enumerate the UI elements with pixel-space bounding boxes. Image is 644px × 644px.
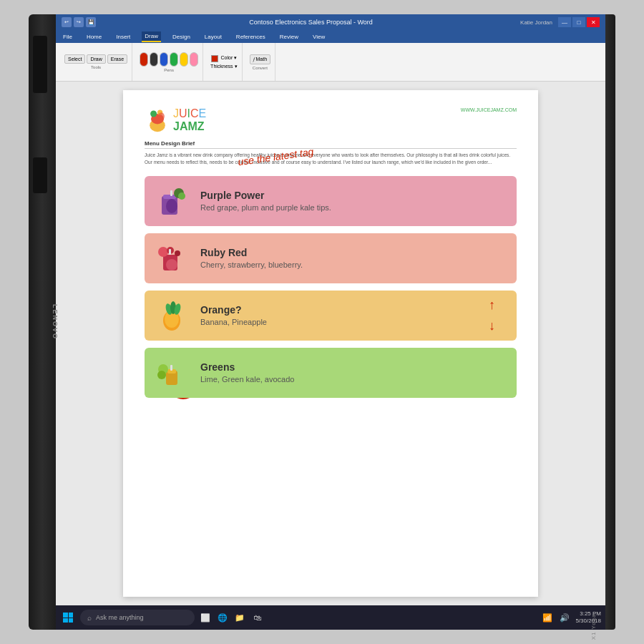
select-tool[interactable]: Select (64, 54, 85, 64)
network-icon[interactable]: 📶 (541, 611, 554, 624)
convert-label: Convert (253, 66, 268, 70)
screen-content: ↩ ↪ 💾 Contoso Electronics Sales Proposal… (56, 14, 605, 630)
svg-rect-10 (170, 190, 172, 196)
title-text: Contoso Electronics Sales Proposal - Wor… (102, 19, 520, 26)
document-area[interactable]: JUICE JAMZ WWW.JUICEJAMZ.COM use the lat… (56, 82, 605, 605)
svg-rect-6 (163, 195, 176, 199)
title-bar-icons: ↩ ↪ 💾 (62, 17, 96, 27)
purple-power-icon (155, 183, 190, 219)
green-pen[interactable] (170, 52, 178, 67)
search-bar[interactable]: ⌕ Ask me anything (80, 610, 195, 625)
win-q1 (63, 613, 68, 618)
file-explorer-icon[interactable]: 📁 (233, 611, 246, 624)
purple-power-desc: Red grape, plum and purple kale tips. (200, 203, 507, 212)
ruby-red-content: Ruby Red Cherry, strawberry, blueberry. (200, 247, 507, 269)
orange-title: Orange? (200, 304, 507, 316)
tab-file[interactable]: File (60, 32, 75, 42)
edge-icon[interactable]: 🌐 (216, 611, 229, 624)
tab-home[interactable]: Home (84, 32, 104, 42)
task-view-icon[interactable]: ⬜ (199, 611, 212, 624)
system-time: 3:25 PM 5/30/2018 (575, 610, 601, 625)
purple-power-title: Purple Power (200, 190, 507, 201)
orange-desc: Banana, Pineapple (200, 318, 507, 326)
tab-draw[interactable]: Draw (142, 31, 161, 42)
thickness-label: Thickness ▾ (210, 64, 237, 69)
pink-pen[interactable] (190, 52, 198, 67)
redo-icon[interactable]: ↪ (74, 17, 84, 27)
purple-power-content: Purple Power Red grape, plum and purple … (200, 190, 507, 212)
title-bar: ↩ ↪ 💾 Contoso Electronics Sales Proposal… (56, 14, 605, 30)
win-q4 (69, 618, 74, 623)
taskbar: ⌕ Ask me anything ⬜ 🌐 📁 🛍 📶 🔊 3:25 PM 5/… (56, 605, 605, 630)
greens-title: Greens (200, 361, 507, 373)
logo: JUICE JAMZ (145, 107, 206, 133)
store-icon[interactable]: 🛍 (250, 611, 263, 624)
save-icon[interactable]: 💾 (86, 17, 96, 27)
color-group: Color ▾ Thickness ▾ (206, 43, 242, 81)
brief-title: Menu Design Brief (145, 140, 517, 149)
logo-jamz: JAMZ (173, 120, 206, 133)
convert-group: 𝑓 Math Convert (245, 43, 276, 81)
menu-item-orange: Orange? Banana, Pineapple ↑ ↓ (145, 291, 517, 341)
laptop: LENOVO ↩ ↪ 💾 Contoso Electronics Sales P… (29, 14, 615, 630)
start-button[interactable] (60, 610, 76, 625)
draw-tool[interactable]: Draw (87, 54, 105, 64)
close-button[interactable]: ✕ (587, 17, 600, 27)
blue-pen[interactable] (160, 52, 168, 67)
tab-view[interactable]: View (310, 32, 328, 42)
svg-point-9 (166, 199, 177, 213)
tab-review[interactable]: Review (277, 32, 301, 42)
logo-icon (145, 107, 170, 133)
tab-design[interactable]: Design (170, 32, 193, 42)
greens-desc: Lime, Green kale, avocado (200, 375, 507, 384)
ruby-red-desc: Cherry, strawberry, blueberry. (200, 260, 507, 269)
svg-rect-26 (170, 365, 172, 371)
menu-item-greens: Greens Lime, Green kale, avocado (145, 348, 517, 398)
menu-item-purple-power: Purple Power Red grape, plum and purple … (145, 176, 517, 226)
pens-group: Pens (135, 43, 203, 81)
search-icon: ⌕ (87, 614, 92, 622)
volume-icon[interactable]: 🔊 (558, 611, 571, 624)
win-q3 (63, 618, 68, 623)
menu-item-ruby-red: Ruby Red Cherry, strawberry, blueberry. (145, 233, 517, 283)
screen: ↩ ↪ 💾 Contoso Electronics Sales Proposal… (56, 14, 605, 630)
svg-point-16 (166, 259, 177, 270)
tab-references[interactable]: References (233, 32, 268, 42)
undo-icon[interactable]: ↩ (62, 17, 72, 27)
window-controls: — □ ✕ (558, 17, 600, 27)
document-page: JUICE JAMZ WWW.JUICEJAMZ.COM use the lat… (123, 90, 538, 597)
svg-point-8 (178, 192, 185, 200)
right-bezel (605, 14, 615, 630)
ruby-red-title: Ruby Red (200, 247, 507, 258)
website-url: WWW.JUICEJAMZ.COM (461, 107, 517, 112)
tools-label: Tools (91, 65, 101, 69)
brand-label: LENOVO (52, 304, 59, 340)
windows-logo (63, 613, 73, 623)
logo-area: JUICE JAMZ WWW.JUICEJAMZ.COM (145, 107, 517, 133)
ribbon-tabs: File Home Insert Draw Design Layout Refe… (56, 30, 605, 43)
clock-time: 3:25 PM (575, 610, 601, 618)
yellow-pen[interactable] (180, 52, 188, 67)
red-pen[interactable] (140, 52, 148, 67)
user-name: Katie Jordan (520, 19, 552, 26)
svg-point-4 (158, 112, 165, 120)
ink-to-math[interactable]: 𝑓 Math (250, 54, 271, 64)
minimize-button[interactable]: — (558, 17, 571, 27)
orange-content: Orange? Banana, Pineapple (200, 304, 507, 326)
brief-body: Juice Jamz is a vibrant new drink compan… (145, 152, 517, 166)
orange-icon (155, 298, 190, 333)
black-pen[interactable] (150, 52, 158, 67)
maximize-button[interactable]: □ (572, 17, 585, 27)
greens-content: Greens Lime, Green kale, avocado (200, 361, 507, 384)
model-label: X1 Yoga (591, 614, 597, 640)
erase-tool[interactable]: Erase (107, 54, 127, 64)
color-red[interactable] (211, 55, 218, 62)
ruby-red-icon (155, 240, 190, 276)
greens-icon (155, 355, 190, 391)
tab-insert[interactable]: Insert (113, 32, 133, 42)
pens-label: Pens (164, 68, 174, 72)
search-text: Ask me anything (96, 614, 144, 621)
win-q2 (69, 613, 74, 618)
tab-layout[interactable]: Layout (202, 32, 225, 42)
menu-items-list: Purple Power Red grape, plum and purple … (145, 176, 517, 398)
